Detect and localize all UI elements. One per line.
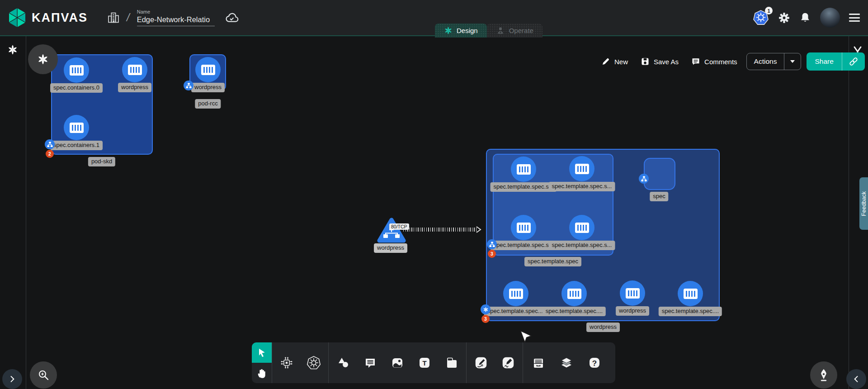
comments-icon xyxy=(691,57,700,66)
new-button[interactable]: New xyxy=(598,55,632,68)
container-node-circle[interactable] xyxy=(503,281,528,306)
pencil-scribble-icon xyxy=(501,355,515,370)
image-icon xyxy=(390,356,405,370)
service-node-wordpress[interactable] xyxy=(377,217,406,245)
tab-operate[interactable]: Operate xyxy=(487,24,542,38)
organization-icon[interactable] xyxy=(107,11,120,24)
actions-dropdown-button[interactable]: Actions xyxy=(746,53,802,70)
components-tool-button[interactable] xyxy=(279,356,294,370)
help-tool-button[interactable]: ? xyxy=(587,356,602,370)
container-icon xyxy=(517,223,531,233)
shapes-tool-button[interactable] xyxy=(336,356,350,370)
container-node-circle[interactable] xyxy=(561,281,587,306)
container-node-circle[interactable] xyxy=(64,57,89,83)
feedback-tab[interactable]: Feedback xyxy=(859,177,868,230)
container-node-circle[interactable] xyxy=(511,157,536,182)
pod-skd-relationship-badge[interactable] xyxy=(45,139,55,149)
canvas-widgets-button[interactable] xyxy=(28,44,58,74)
save-as-button[interactable]: Save As xyxy=(637,55,682,68)
spec-template-relationship-badge[interactable] xyxy=(487,239,497,249)
kubernetes-tool-button[interactable] xyxy=(307,356,321,370)
edge-pen-tool-button[interactable] xyxy=(474,356,488,370)
container-node[interactable]: spec.containers.0 xyxy=(64,57,89,83)
edge-port-label: 80/TCP xyxy=(389,223,409,230)
pod-skd-error-badge[interactable]: 2 xyxy=(46,150,54,158)
design-pen-button[interactable] xyxy=(810,361,837,389)
pan-tool-button[interactable] xyxy=(252,363,272,383)
comment-tool-button[interactable] xyxy=(363,356,377,370)
group-spec[interactable] xyxy=(644,158,675,190)
container-node[interactable]: spec.template.spec.... xyxy=(503,281,528,306)
zoom-button[interactable] xyxy=(30,361,57,389)
spec-relationship-badge[interactable] xyxy=(639,174,649,184)
container-node-circle[interactable] xyxy=(569,215,594,240)
text-icon: T xyxy=(417,356,432,370)
layers-tool-button[interactable] xyxy=(559,356,574,370)
spec-template-error-badge[interactable]: 3 xyxy=(488,250,496,258)
wordpress-meshery-badge[interactable] xyxy=(481,304,491,314)
node-label: wordpress xyxy=(191,83,225,92)
drawer-tool-button[interactable] xyxy=(531,356,546,370)
container-icon xyxy=(684,289,698,299)
svg-text:?: ? xyxy=(592,359,597,368)
hamburger-menu-icon[interactable] xyxy=(849,14,860,22)
text-tool-button[interactable]: T xyxy=(417,356,432,370)
container-node-circle[interactable] xyxy=(678,281,703,306)
canvas-toolbar: T xyxy=(252,342,615,383)
container-node[interactable]: spec.template.spec.s... xyxy=(569,215,594,240)
group-label-wordpress: wordpress xyxy=(586,323,620,332)
container-node[interactable]: spec.template.spec.... xyxy=(561,281,587,306)
user-avatar[interactable] xyxy=(820,8,840,28)
hand-icon xyxy=(256,367,267,379)
design-canvas[interactable]: New Save As Comments Actions Share xyxy=(0,35,868,389)
copy-link-button[interactable] xyxy=(842,52,865,71)
tab-operate-label: Operate xyxy=(509,27,533,34)
container-node[interactable]: spec.template.spec.... xyxy=(678,281,703,306)
notifications-bell-icon[interactable] xyxy=(799,12,811,24)
select-tool-button[interactable] xyxy=(252,342,272,363)
actions-caret-button[interactable] xyxy=(784,53,801,70)
pod-rcc-relationship-badge[interactable] xyxy=(184,81,193,90)
kubernetes-context-button[interactable]: 1 xyxy=(753,10,769,25)
header-right-cluster: 1 xyxy=(753,0,860,35)
edge-arrowhead-icon xyxy=(476,226,482,233)
meshery-spiral-icon[interactable] xyxy=(7,44,18,55)
container-node[interactable]: spec.template.spec.s... xyxy=(569,156,594,181)
image-tool-button[interactable] xyxy=(390,356,405,370)
freehand-draw-tool-button[interactable] xyxy=(501,356,515,370)
comments-button[interactable]: Comments xyxy=(688,55,741,68)
kanvas-logo-icon[interactable] xyxy=(7,7,27,28)
pen-line-icon xyxy=(474,355,488,370)
container-icon xyxy=(517,164,531,175)
settings-gear-icon[interactable] xyxy=(778,12,790,24)
save-floppy-icon xyxy=(641,57,650,66)
share-button[interactable]: Share xyxy=(807,52,864,71)
design-name-input[interactable] xyxy=(137,15,215,26)
drawer-archive-icon xyxy=(531,356,546,370)
container-node-circle[interactable] xyxy=(64,115,89,140)
sticky-note-tool-button[interactable] xyxy=(444,356,459,370)
container-icon xyxy=(575,223,589,233)
container-node[interactable]: wordpress xyxy=(195,57,221,82)
container-icon xyxy=(509,289,523,299)
container-node[interactable]: spec.template.spec.s... xyxy=(511,157,536,182)
container-node[interactable]: wordpress xyxy=(620,280,645,306)
node-label: wordpress xyxy=(616,306,649,316)
container-node-circle[interactable] xyxy=(620,280,645,306)
container-node[interactable]: wordpress xyxy=(122,57,147,82)
container-node[interactable]: spec.template.spec.s... xyxy=(511,215,536,240)
container-node[interactable]: spec.containers.1 xyxy=(64,115,89,140)
save-as-button-label: Save As xyxy=(654,58,679,66)
edge-service-to-deployment[interactable] xyxy=(403,228,477,232)
container-node-circle[interactable] xyxy=(511,215,536,240)
left-rail-divider xyxy=(26,36,26,389)
expand-right-panel-button[interactable] xyxy=(846,369,866,389)
magnifier-plus-icon xyxy=(37,368,50,382)
wordpress-error-badge[interactable]: 3 xyxy=(481,315,490,323)
expand-left-panel-button[interactable] xyxy=(2,369,22,389)
container-node-circle[interactable] xyxy=(195,57,221,82)
tab-design[interactable]: Design xyxy=(435,24,487,38)
hierarchy-icon xyxy=(489,242,495,247)
container-node-circle[interactable] xyxy=(122,57,147,82)
container-node-circle[interactable] xyxy=(569,156,594,181)
